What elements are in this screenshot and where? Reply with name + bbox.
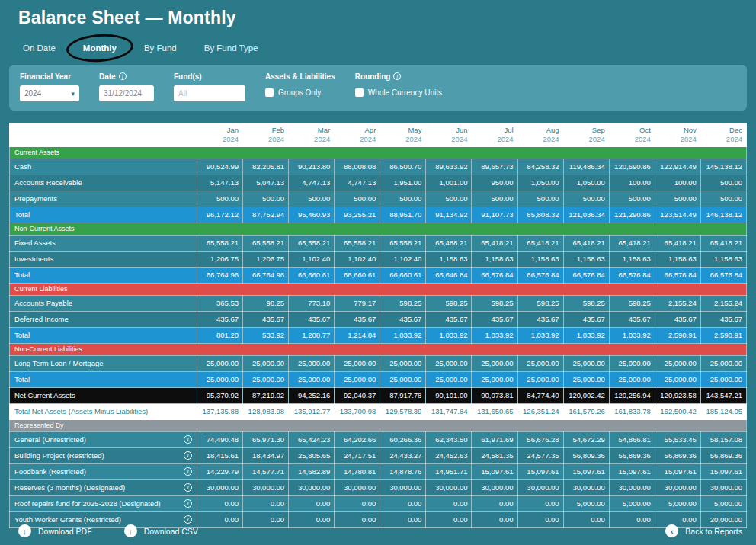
row-label: Total <box>10 268 197 284</box>
cell-value: 25,805.65 <box>289 448 335 464</box>
cell-value: 1,033.92 <box>517 328 563 344</box>
info-icon[interactable]: i <box>184 435 192 444</box>
cell-value: 1,158.63 <box>517 252 563 268</box>
cell-value: 90,213.80 <box>289 159 335 175</box>
filter-bar: Financial Year 2024 ▾ Date i Fund(s) Ass… <box>9 65 747 111</box>
cell-value: 60,266.36 <box>380 432 426 448</box>
tab-by-fund[interactable]: By Fund <box>144 43 177 53</box>
cell-value: 30,000.00 <box>655 480 700 496</box>
info-icon[interactable]: i <box>184 451 192 460</box>
column-header-aug: Aug2024 <box>517 123 563 147</box>
cell-value: 87,917.78 <box>380 388 426 404</box>
row-label-text: Roof repairs fund for 2025-2028 (Designa… <box>14 499 161 508</box>
cell-value: 25,000.00 <box>472 372 517 388</box>
cell-value: 500.00 <box>243 191 289 207</box>
row-label: iRoof repairs fund for 2025-2028 (Design… <box>10 496 197 512</box>
download-pdf-button[interactable]: ↓ Download PDF <box>18 524 92 537</box>
cell-value: 1,158.63 <box>472 252 517 268</box>
cell-value: 121,290.86 <box>609 207 655 223</box>
cell-value: 25,000.00 <box>380 356 426 372</box>
row-total: Total801.20533.921,208.771,214.841,033.9… <box>10 328 747 344</box>
cell-value: 24,717.51 <box>335 448 380 464</box>
cell-value: 25,000.00 <box>517 372 563 388</box>
row-net-current-assets: Net Current Assets95,370.9287,219.0294,2… <box>10 388 747 404</box>
row-label: Prepayments <box>10 191 197 207</box>
cell-value: 15,097.61 <box>517 464 563 480</box>
cell-value: 146,138.12 <box>700 207 746 223</box>
row-accounts-payable: Accounts Payable365.5398.25773.10779.175… <box>10 296 747 312</box>
financial-year-group: Financial Year 2024 ▾ <box>20 72 79 101</box>
cell-value: 55,533.45 <box>655 432 700 448</box>
cell-value: 24,433.27 <box>380 448 426 464</box>
cell-value: 82,205.81 <box>243 159 289 175</box>
cell-value: 30,000.00 <box>609 480 655 496</box>
tab-by-fund-type[interactable]: By Fund Type <box>204 43 258 53</box>
cell-value: 1,050.00 <box>517 175 563 191</box>
cell-value: 121,036.34 <box>563 207 609 223</box>
cell-value: 24,581.35 <box>472 448 517 464</box>
cell-value: 25,000.00 <box>197 372 243 388</box>
cell-value: 88,951.70 <box>380 207 426 223</box>
financial-year-value: 2024 <box>24 89 41 98</box>
cell-value: 131,747.84 <box>426 404 472 420</box>
info-icon[interactable]: i <box>184 483 192 492</box>
column-header-jun: Jun2024 <box>426 123 472 147</box>
cell-value: 25,000.00 <box>655 372 700 388</box>
financial-year-select[interactable]: 2024 ▾ <box>20 85 79 101</box>
row-current-liabilities: Current Liabilities <box>10 284 747 296</box>
tab-on-date[interactable]: On Date <box>23 43 56 53</box>
row-label-text: Building Project (Restricted) <box>14 451 104 460</box>
cell-value: 15,097.61 <box>655 464 700 480</box>
cell-value: 66,576.84 <box>700 268 746 284</box>
whole-currency-checkbox[interactable]: Whole Currency Units <box>355 88 442 97</box>
cell-value: 30,000.00 <box>472 480 517 496</box>
cell-value: 84,258.32 <box>517 159 563 175</box>
row-non-current-liabilities: Non-Current Liabilities <box>10 344 747 356</box>
info-icon[interactable]: i <box>393 72 401 80</box>
cell-value: 435.67 <box>517 312 563 328</box>
column-header-jul: Jul2024 <box>472 123 517 147</box>
cell-value: 500.00 <box>197 191 243 207</box>
cell-value: 131,650.65 <box>472 404 517 420</box>
assets-liabilities-label: Assets & Liabilities <box>265 72 335 81</box>
cell-value: 25,000.00 <box>243 356 289 372</box>
back-to-reports-label: Back to Reports <box>685 527 742 536</box>
info-icon[interactable]: i <box>184 499 192 508</box>
cell-value: 25,000.00 <box>426 372 472 388</box>
cell-value: 5,000.00 <box>655 496 700 512</box>
funds-input[interactable] <box>174 85 245 101</box>
cell-value: 66,646.84 <box>426 268 472 284</box>
cell-value: 25,000.00 <box>335 356 380 372</box>
column-header-feb: Feb2024 <box>243 123 289 147</box>
tab-monthly[interactable]: Monthly <box>83 43 117 53</box>
row-label-text: Reserves (3 months) (Designated) <box>14 483 125 492</box>
info-icon[interactable]: i <box>184 467 192 476</box>
cell-value: 66,576.84 <box>517 268 563 284</box>
cell-value: 56,869.36 <box>655 448 700 464</box>
cell-value: 56,676.28 <box>517 432 563 448</box>
info-icon[interactable]: i <box>119 72 127 80</box>
row-label: iBuilding Project (Restricted) <box>10 448 197 464</box>
cell-value: 500.00 <box>655 191 700 207</box>
cell-value: 89,633.92 <box>426 159 472 175</box>
row-deferred-income: Deferred Income435.67435.67435.67435.674… <box>10 312 747 328</box>
cell-value: 1,158.63 <box>563 252 609 268</box>
cell-value: 1,214.84 <box>335 328 380 344</box>
column-header-sep: Sep2024 <box>563 123 609 147</box>
back-to-reports-button[interactable]: ‹ Back to Reports <box>665 524 742 537</box>
cell-value: 1,158.63 <box>700 252 746 268</box>
cell-value: 435.67 <box>472 312 517 328</box>
cell-value: 5,147.13 <box>197 175 243 191</box>
row-foodbank-restricted: iFoodbank (Restricted)14,229.7914,577.71… <box>10 464 747 480</box>
cell-value: 74,490.48 <box>197 432 243 448</box>
download-csv-button[interactable]: ↓ Download CSV <box>124 524 198 537</box>
cell-value: 126,351.24 <box>517 404 563 420</box>
date-input[interactable] <box>99 85 154 101</box>
checkbox-icon <box>355 88 364 97</box>
cell-value: 1,158.63 <box>655 252 700 268</box>
cell-value: 30,000.00 <box>380 480 426 496</box>
groups-only-checkbox[interactable]: Groups Only <box>265 88 335 97</box>
cell-value: 25,000.00 <box>700 372 746 388</box>
info-icon[interactable]: i <box>184 515 192 524</box>
row-label-text: Total <box>14 331 30 339</box>
